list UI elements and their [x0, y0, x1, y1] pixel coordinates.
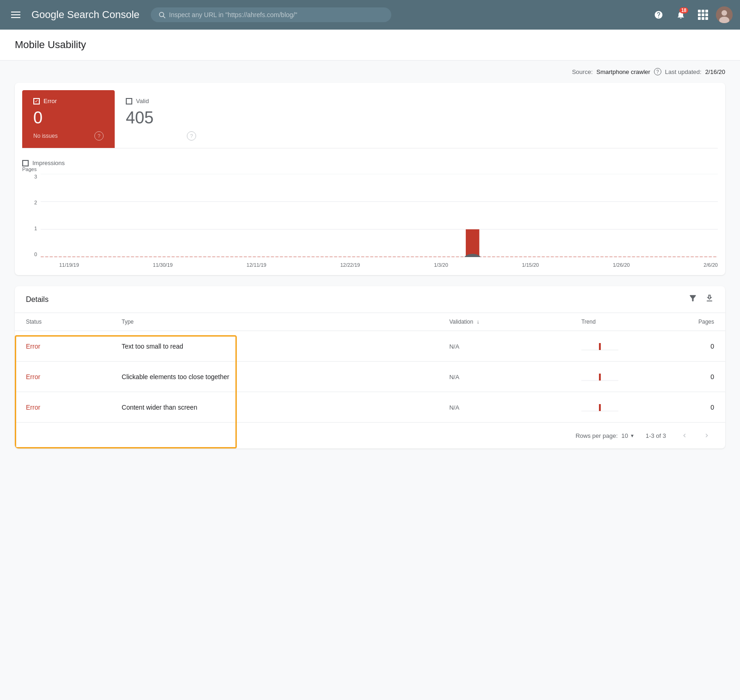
next-page-button[interactable]	[699, 428, 714, 443]
error-info-icon[interactable]: ?	[94, 131, 104, 141]
impressions-label: Impressions	[32, 160, 65, 166]
trend-sparkline-2	[581, 369, 618, 383]
col-pages: Pages	[629, 313, 725, 331]
trend-sparkline-3	[581, 399, 618, 413]
x-label-7: 2/6/20	[703, 262, 718, 268]
notification-count: 18	[679, 7, 688, 13]
table-row: Error Text too small to read N/A 0	[15, 331, 725, 362]
app-title: Google Search Console	[31, 9, 140, 21]
error-checkbox[interactable]: ✓	[33, 98, 40, 104]
user-avatar[interactable]	[716, 6, 733, 23]
chevron-right-icon	[703, 432, 710, 439]
svg-rect-16	[599, 374, 601, 381]
main-content: Source: Smartphone crawler ? Last update…	[0, 61, 740, 463]
search-input[interactable]	[169, 11, 384, 18]
x-label-6: 1/26/20	[613, 262, 630, 268]
y-axis-title: Pages	[22, 166, 37, 172]
y-tick-2: 2	[34, 200, 37, 205]
download-icon	[705, 294, 714, 303]
search-icon	[158, 11, 166, 18]
row1-type: Text too small to read	[111, 331, 438, 362]
error-count: 0	[33, 108, 104, 128]
status-tabs: ✓ Error 0 No issues ? Valid 405 ?	[22, 90, 718, 148]
row3-validation: N/A	[438, 392, 570, 423]
chart-card: ✓ Error 0 No issues ? Valid 405 ?	[15, 83, 725, 275]
details-title: Details	[26, 295, 49, 304]
app-header: Google Search Console 18	[0, 0, 740, 30]
table-footer: Rows per page: 10 ▼ 1-3 of 3	[15, 422, 725, 448]
table-body: Error Text too small to read N/A 0	[15, 331, 725, 423]
avatar-image	[716, 6, 733, 23]
row3-type: Content wider than screen	[111, 392, 438, 423]
chevron-left-icon	[681, 432, 688, 439]
x-axis: 11/19/19 11/30/19 12/11/19 12/22/19 1/3/…	[41, 258, 718, 268]
source-info-icon[interactable]: ?	[654, 68, 661, 75]
menu-button[interactable]	[7, 8, 24, 22]
rows-select-chevron: ▼	[630, 433, 635, 438]
col-type: Type	[111, 313, 438, 331]
row2-status: Error	[15, 362, 111, 392]
rows-per-page-label: Rows per page:	[575, 432, 617, 439]
table-row: Error Content wider than screen N/A 0	[15, 392, 725, 423]
svg-rect-18	[599, 404, 601, 411]
x-label-4: 1/3/20	[434, 262, 448, 268]
x-label-2: 12/11/19	[247, 262, 266, 268]
pagination-range: 1-3 of 3	[646, 432, 666, 439]
error-tab[interactable]: ✓ Error 0 No issues ?	[22, 90, 115, 148]
col-trend: Trend	[570, 313, 629, 331]
svg-text:3: 3	[470, 257, 475, 257]
row3-status: Error	[15, 392, 111, 423]
page-title: Mobile Usability	[15, 39, 725, 51]
impressions-row: Impressions	[22, 156, 718, 174]
apps-button[interactable]	[694, 6, 712, 24]
x-label-3: 12/22/19	[340, 262, 360, 268]
filter-button[interactable]	[688, 294, 697, 305]
table-row: Error Clickable elements too close toget…	[15, 362, 725, 392]
chart-svg: 3	[41, 174, 718, 257]
y-tick-3: 3	[34, 174, 37, 179]
rows-select[interactable]: 10 ▼	[622, 432, 635, 439]
source-bar: Source: Smartphone crawler ? Last update…	[15, 61, 725, 83]
error-tab-label: Error	[43, 98, 57, 104]
sort-down-icon[interactable]: ↓	[477, 319, 480, 325]
last-updated-label: Last updated:	[665, 68, 702, 75]
help-button[interactable]	[649, 6, 668, 24]
error-subtitle: No issues	[33, 133, 58, 139]
row3-trend	[570, 392, 629, 423]
svg-point-3	[722, 10, 727, 16]
last-updated-value: 2/16/20	[705, 68, 725, 75]
y-tick-0: 0	[34, 252, 37, 257]
x-label-1: 11/30/19	[153, 262, 173, 268]
details-table: Status Type Validation ↓ Trend Pages Err…	[15, 313, 725, 422]
row2-validation: N/A	[438, 362, 570, 392]
y-axis: 3 2 1 0	[22, 174, 37, 257]
valid-count: 405	[126, 108, 196, 128]
filter-icon	[688, 294, 697, 303]
details-card: Details Status	[15, 286, 725, 448]
download-button[interactable]	[705, 294, 714, 305]
details-actions	[688, 294, 714, 305]
prev-page-button[interactable]	[677, 428, 692, 443]
x-label-0: 11/19/19	[59, 262, 79, 268]
rows-per-page: Rows per page: 10 ▼	[575, 432, 634, 439]
svg-rect-14	[599, 343, 601, 350]
chart-container: Pages 3 2 1 0 3	[22, 174, 718, 268]
rows-per-page-value: 10	[622, 432, 628, 439]
source-label: Source:	[572, 68, 593, 75]
valid-tab-label: Valid	[136, 98, 149, 104]
valid-checkbox[interactable]	[126, 98, 132, 104]
valid-info-icon[interactable]: ?	[187, 131, 196, 141]
details-header: Details	[15, 286, 725, 313]
impressions-checkbox[interactable]	[22, 160, 29, 166]
url-search-bar[interactable]	[151, 7, 391, 22]
y-tick-1: 1	[34, 226, 37, 231]
row2-type: Clickable elements too close together	[111, 362, 438, 392]
trend-sparkline-1	[581, 338, 618, 352]
row1-trend	[570, 331, 629, 362]
valid-tab[interactable]: Valid 405 ?	[115, 90, 207, 148]
row3-pages: 0	[629, 392, 725, 423]
page-title-bar: Mobile Usability	[0, 30, 740, 61]
table-wrapper: Status Type Validation ↓ Trend Pages Err…	[15, 313, 725, 448]
header-icons: 18	[649, 6, 733, 24]
notifications-button[interactable]: 18	[672, 6, 690, 24]
